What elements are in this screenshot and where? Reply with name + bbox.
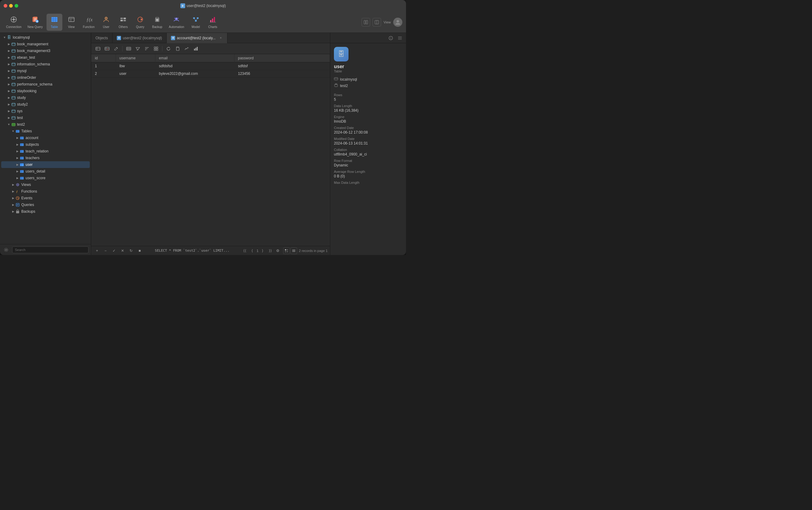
toolbar-backup[interactable]: Backup — [149, 14, 165, 31]
toolbar-new-query[interactable]: New Query — [25, 14, 45, 31]
toolbar-table[interactable]: Table — [47, 14, 62, 31]
tt-edit-row-btn[interactable] — [112, 45, 120, 53]
sidebar-item-functions[interactable]: ▶ ƒ Functions — [1, 188, 90, 195]
tab-account-close[interactable]: × — [219, 36, 223, 40]
bb-stop-btn[interactable]: ■ — [136, 247, 143, 254]
tab-account-at-test2[interactable]: 🖥 account@test2 (localy... × — [167, 33, 228, 43]
sidebar-item-onlineOrder[interactable]: ▶ onlineOrder — [1, 74, 90, 81]
tt-bar-chart-btn[interactable] — [191, 45, 200, 53]
rp-list-btn[interactable] — [396, 34, 403, 42]
view-icon — [68, 16, 75, 24]
bb-refresh-btn[interactable]: ↻ — [128, 247, 134, 254]
sidebar-item-mysql[interactable]: ▶ mysql — [1, 67, 90, 74]
chevron-account: ▶ — [15, 136, 20, 140]
tt-grid-btn[interactable] — [152, 45, 160, 53]
sidebar-label-ebean_test: ebean_test — [17, 55, 35, 60]
tt-copy-btn[interactable] — [173, 45, 182, 53]
sidebar-label-book_management3: book_management3 — [17, 49, 50, 53]
sidebar-item-backups[interactable]: ▶ Backups — [1, 208, 90, 215]
sidebar-item-account[interactable]: ▶ account — [1, 135, 90, 141]
toolbar-others[interactable]: Others — [115, 14, 131, 31]
sidebar-item-test[interactable]: ▶ test — [1, 114, 90, 121]
sidebar-label-views: Views — [21, 182, 31, 187]
sidebar-item-sys[interactable]: ▶ sys — [1, 108, 90, 114]
sidebar-item-staybooking[interactable]: ▶ staybooking — [1, 88, 90, 94]
toolbar-model[interactable]: Model — [188, 14, 204, 31]
bb-cancel-btn[interactable]: ✕ — [119, 247, 126, 254]
maximize-button[interactable] — [14, 4, 18, 8]
sidebar-item-user[interactable]: ▶ user — [1, 161, 90, 168]
bb-prev-page-btn[interactable]: ⟨ — [249, 247, 256, 254]
sidebar-item-users_detail[interactable]: ▶ users_detail — [1, 168, 90, 175]
bb-settings-btn[interactable]: ⚙ — [275, 247, 281, 254]
sidebar-item-study[interactable]: ▶ study — [1, 94, 90, 101]
data-table-container[interactable]: id username email password 1 lbw sdfdsfs… — [91, 54, 330, 246]
minimize-button[interactable] — [9, 4, 13, 8]
view-split-btn[interactable] — [362, 18, 370, 26]
sidebar-item-queries[interactable]: ▶ Queries — [1, 201, 90, 208]
sidebar-item-book_management[interactable]: ▶ book_management — [1, 41, 90, 48]
bb-grid-view-btn[interactable] — [283, 247, 290, 254]
tt-sort-btn[interactable] — [143, 45, 151, 53]
toolbar-view[interactable]: View — [64, 14, 79, 31]
rp-data-length-value: 16 KB (16,384) — [334, 108, 402, 113]
rp-table-icon: 🗄 — [334, 47, 349, 61]
content-area: Objects 🖥 user@test2 (localmysql) 🖥 acco… — [91, 33, 330, 255]
view-panel-btn[interactable] — [372, 18, 381, 26]
tt-chart-btn[interactable] — [182, 45, 191, 53]
toolbar-charts[interactable]: Charts — [205, 14, 221, 31]
table-icon — [51, 16, 58, 24]
rp-info-btn[interactable] — [387, 34, 394, 42]
tt-delete-row-btn[interactable] — [103, 45, 111, 53]
bb-last-page-btn[interactable]: ⟩⟩ — [267, 247, 274, 254]
bb-next-page-btn[interactable]: ⟩ — [260, 247, 266, 254]
toolbar-automation[interactable]: Automation — [167, 14, 187, 31]
tab-user-at-test2[interactable]: 🖥 user@test2 (localmysql) — [113, 33, 167, 43]
sidebar-item-users_score[interactable]: ▶ users_score — [1, 175, 90, 181]
tt-filter-btn[interactable] — [133, 45, 142, 53]
svg-line-40 — [194, 19, 196, 20]
sidebar-item-subjects[interactable]: ▶ subjects — [1, 141, 90, 148]
svg-rect-57 — [12, 63, 15, 66]
sidebar-item-views[interactable]: ▶ Views — [1, 181, 90, 188]
chevron-information_schema: ▶ — [7, 62, 11, 66]
sidebar-item-book_management3[interactable]: ▶ book_management3 — [1, 48, 90, 54]
toolbar-right: View — [362, 18, 402, 27]
sidebar-item-test2[interactable]: ▼ test2 — [1, 121, 90, 128]
sidebar-item-localmysql[interactable]: ▼ 🗄 localmysql — [1, 34, 90, 41]
bb-check-btn[interactable]: ✓ — [111, 247, 117, 254]
bb-add-btn[interactable]: + — [94, 247, 100, 254]
sidebar-item-ebean_test[interactable]: ▶ ebean_test — [1, 54, 90, 61]
sidebar-item-teach_relation[interactable]: ▶ teach_relation — [1, 148, 90, 154]
col-header-password[interactable]: password — [234, 54, 330, 62]
tt-refresh-btn[interactable] — [164, 45, 173, 53]
toolbar-query[interactable]: Query — [132, 14, 148, 31]
sidebar-item-events[interactable]: ▶ Events — [1, 195, 90, 201]
tab-objects[interactable]: Objects — [91, 33, 113, 43]
close-button[interactable] — [4, 4, 7, 8]
toolbar-new-query-label: New Query — [28, 25, 43, 29]
col-header-id[interactable]: id — [91, 54, 116, 62]
svg-point-102 — [17, 185, 18, 185]
sidebar-item-teachers[interactable]: ▶ teachers — [1, 154, 90, 161]
col-header-username[interactable]: username — [116, 54, 155, 62]
tt-add-row-btn[interactable] — [94, 45, 102, 53]
bb-list-view-btn[interactable] — [291, 247, 297, 254]
sidebar-search-input[interactable] — [12, 247, 89, 253]
tt-table-view-btn[interactable] — [124, 45, 133, 53]
col-header-email[interactable]: email — [155, 54, 234, 62]
bb-first-page-btn[interactable]: ⟨⟨ — [241, 247, 248, 254]
toolbar-function[interactable]: ƒ(x) Function — [81, 14, 97, 31]
sidebar-item-tables[interactable]: ▼ Tables — [1, 128, 90, 135]
table-row[interactable]: 2 user byleve2022@gmail.com 123456 — [91, 70, 330, 78]
bb-delete-btn[interactable]: − — [102, 247, 109, 254]
toolbar-connection[interactable]: Connection — [4, 14, 24, 31]
queries-icon — [15, 202, 20, 207]
sidebar-item-information_schema[interactable]: ▶ information_schema — [1, 61, 90, 67]
sidebar-item-study2[interactable]: ▶ study2 — [1, 101, 90, 108]
sidebar-settings-btn[interactable] — [2, 246, 10, 253]
toolbar-user[interactable]: User — [98, 14, 114, 31]
table-row[interactable]: 1 lbw sdfdsfsd sdfdsf — [91, 62, 330, 70]
sidebar-item-performance_schema[interactable]: ▶ performance_schema — [1, 81, 90, 88]
user-avatar[interactable] — [393, 18, 402, 27]
